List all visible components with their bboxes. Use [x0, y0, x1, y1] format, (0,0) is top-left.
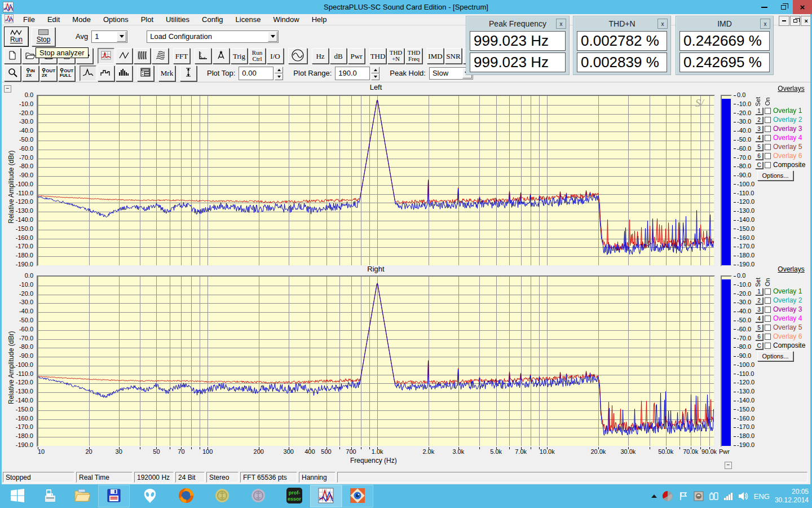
overlays-options-button[interactable]: Options...	[757, 170, 793, 181]
time-series-view-button[interactable]	[116, 48, 133, 64]
menu-config[interactable]: Config	[196, 14, 230, 25]
antivirus-tray-icon[interactable]	[662, 491, 673, 502]
plot-range-spinner[interactable]	[371, 67, 379, 80]
removable-device-icon[interactable]	[709, 491, 719, 501]
round-badge-icon[interactable]	[206, 485, 238, 507]
spectrogram-view-button[interactable]	[134, 48, 151, 64]
snr-button[interactable]: SNR	[445, 48, 462, 64]
overlay-set-button-3[interactable]: 3	[755, 125, 763, 133]
config-dropdown-arrow[interactable]	[268, 32, 277, 42]
language-indicator[interactable]: ENG	[754, 492, 770, 501]
overlay-on-checkbox-4[interactable]	[765, 135, 771, 141]
load-configuration-select[interactable]: Load Configuration	[147, 30, 279, 43]
menu-help[interactable]: Help	[306, 14, 333, 25]
pwr-units-button[interactable]: Pwr	[348, 48, 365, 64]
line-plot-button[interactable]	[80, 65, 96, 81]
stop-button[interactable]: Stop	[32, 27, 55, 46]
zoom-button[interactable]	[4, 65, 21, 81]
menu-edit[interactable]: Edit	[41, 14, 66, 25]
overlay-set-button-6[interactable]: 6	[755, 152, 763, 160]
fft-settings-button[interactable]: FFT	[173, 48, 190, 64]
overlay-set-button-6[interactable]: 6	[755, 333, 763, 340]
spectrum-view-button[interactable]	[98, 48, 114, 64]
surface-view-button[interactable]	[152, 48, 169, 64]
save-tool-icon[interactable]	[98, 485, 130, 507]
meter-close-button[interactable]: x	[760, 19, 770, 29]
collapse-bottom-button[interactable]: −	[725, 462, 732, 469]
plot-details-button[interactable]	[137, 65, 154, 81]
overlay-set-button-c[interactable]: C	[755, 161, 763, 169]
menu-mode[interactable]: Mode	[66, 14, 97, 25]
spectrum-canvas-left[interactable]	[38, 96, 714, 265]
overlay-on-checkbox-6[interactable]	[765, 334, 771, 340]
run-control-button[interactable]: RunCtrl	[249, 48, 266, 64]
zoom-out-full-button[interactable]: ⚲OUTFULL	[58, 65, 75, 81]
overlay-on-checkbox-2[interactable]	[765, 117, 771, 123]
menu-file[interactable]: File	[17, 14, 41, 25]
avg-select[interactable]: 1	[91, 30, 127, 43]
file-explorer-icon[interactable]	[67, 485, 98, 507]
overlay-on-checkbox-5[interactable]	[765, 325, 771, 331]
mdi-restore-button[interactable]	[790, 16, 801, 26]
professor-app-icon[interactable]: prof-essor	[279, 485, 310, 507]
overlay-on-checkbox-4[interactable]	[765, 316, 771, 322]
imd-button[interactable]: IMD	[427, 48, 444, 64]
spectrum-plot-right[interactable]	[37, 275, 715, 447]
overlay-on-checkbox-c[interactable]	[765, 343, 771, 349]
foobar2000-icon[interactable]	[134, 485, 166, 507]
thd-freq-button[interactable]: THDFreq	[405, 48, 422, 64]
spectrum-plot-left[interactable]	[37, 95, 715, 266]
overlay-on-checkbox-2[interactable]	[765, 297, 771, 304]
scaling-button[interactable]	[195, 48, 211, 64]
bar-plot-button[interactable]	[116, 65, 133, 81]
calibration-button[interactable]	[213, 48, 230, 64]
mdi-minimize-button[interactable]	[779, 16, 789, 26]
db-units-button[interactable]: dB	[330, 48, 347, 64]
overlay-on-checkbox-1[interactable]	[765, 288, 771, 295]
close-button[interactable]: ×	[793, 0, 812, 14]
overlay-on-checkbox-3[interactable]	[765, 126, 771, 132]
run-button[interactable]: Run	[5, 27, 28, 46]
io-device-button[interactable]: I/O	[267, 48, 284, 64]
spectrum-canvas-right[interactable]	[38, 277, 714, 446]
action-center-flag-icon[interactable]	[678, 491, 689, 501]
overlay-set-button-1[interactable]: 1	[755, 288, 763, 295]
zoom-in-2x-button[interactable]: ⚲IN2X	[22, 65, 39, 81]
vertical-scale-button[interactable]	[180, 65, 197, 81]
overlay-set-button-5[interactable]: 5	[755, 324, 763, 331]
trigger-button[interactable]: Trig	[231, 48, 248, 64]
signal-generator-button[interactable]	[288, 48, 307, 64]
meter-close-button[interactable]: x	[556, 19, 566, 29]
restore-button[interactable]	[774, 0, 793, 14]
overlay-set-button-4[interactable]: 4	[755, 134, 763, 142]
thd-button[interactable]: THD	[369, 48, 386, 64]
overlay-set-button-1[interactable]: 1	[755, 107, 763, 115]
overlay-on-checkbox-6[interactable]	[765, 153, 771, 159]
overlay-on-checkbox-3[interactable]	[765, 306, 771, 313]
firefox-icon[interactable]	[170, 485, 202, 507]
plot-top-spinner[interactable]	[275, 67, 283, 80]
overlay-set-button-2[interactable]: 2	[755, 116, 763, 124]
menu-license[interactable]: License	[230, 14, 267, 25]
overlay-set-button-3[interactable]: 3	[755, 306, 763, 313]
network-signal-icon[interactable]	[724, 493, 732, 500]
meter-close-button[interactable]: x	[657, 19, 668, 29]
server-manager-icon[interactable]	[35, 485, 67, 507]
hz-units-button[interactable]: Hz	[312, 48, 329, 64]
round-badge-2-icon[interactable]	[242, 485, 274, 507]
overlay-on-checkbox-5[interactable]	[765, 144, 771, 150]
overlay-set-button-c[interactable]: C	[755, 342, 763, 349]
marker-button[interactable]: Mrk	[158, 65, 175, 81]
eye-viewer-icon[interactable]	[342, 485, 373, 507]
menu-plot[interactable]: Plot	[135, 14, 160, 25]
overlay-on-checkbox-1[interactable]	[765, 108, 771, 114]
show-hidden-icons-button[interactable]	[651, 494, 657, 498]
overlay-on-checkbox-c[interactable]	[765, 162, 771, 168]
avg-dropdown-arrow[interactable]	[117, 32, 126, 42]
overlay-set-button-2[interactable]: 2	[755, 297, 763, 304]
overlay-set-button-4[interactable]: 4	[755, 315, 763, 322]
spectraplus-taskbar-icon[interactable]	[310, 485, 342, 507]
app-tray-icon[interactable]	[694, 491, 704, 501]
menu-utilities[interactable]: Utilities	[160, 14, 196, 25]
zoom-out-2x-button[interactable]: ⚲OUT2X	[40, 65, 57, 81]
